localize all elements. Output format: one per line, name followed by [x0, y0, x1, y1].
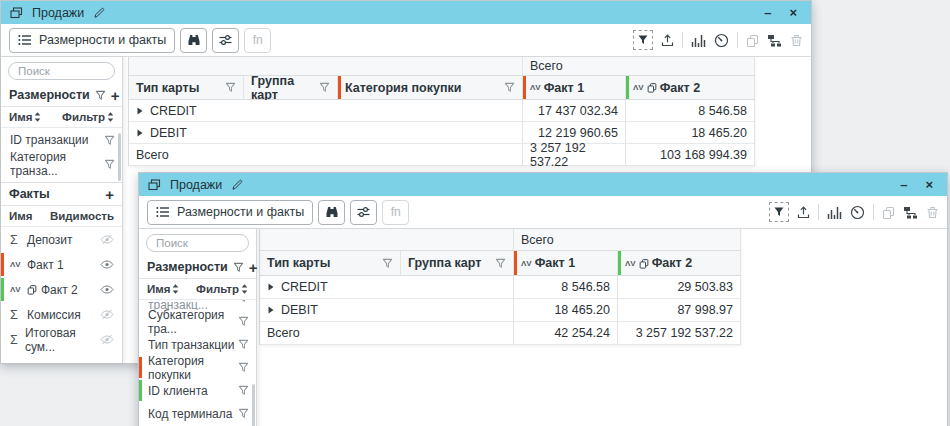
- dimensions-facts-button[interactable]: Размерности и факты: [9, 28, 175, 53]
- column-header-card-group[interactable]: Группа карт: [401, 251, 514, 276]
- filter-funnel-icon[interactable]: [238, 316, 249, 327]
- settings-sliders-button[interactable]: [212, 28, 239, 53]
- dimensions-list-columns: Имя Фильтр: [139, 279, 256, 300]
- cell-fact2: 18 465.20: [626, 122, 755, 144]
- column-filter-label: Фильтр: [62, 111, 105, 123]
- minimize-button[interactable]: –: [900, 178, 907, 191]
- close-button[interactable]: ×: [925, 178, 933, 191]
- column-header-fact1[interactable]: ΛV Факт 1: [514, 251, 618, 276]
- column-header-card-group[interactable]: Группа карт: [244, 76, 338, 100]
- copy-icon[interactable]: [746, 30, 759, 50]
- function-button[interactable]: fn: [244, 28, 271, 53]
- filter-funnel-icon[interactable]: [104, 159, 115, 170]
- export-icon[interactable]: [661, 30, 674, 50]
- total-row: Всего: [129, 144, 523, 166]
- gauge-icon[interactable]: [714, 30, 729, 50]
- eye-icon[interactable]: [100, 284, 114, 295]
- table-row[interactable]: DEBIT: [129, 122, 523, 144]
- settings-sliders-button[interactable]: [350, 200, 377, 225]
- filter-funnel-icon[interactable]: [95, 90, 106, 101]
- column-header-card-type[interactable]: Тип карты: [129, 76, 244, 100]
- gauge-icon[interactable]: [850, 202, 865, 222]
- eye-slash-icon[interactable]: [100, 309, 114, 320]
- search-binoculars-button[interactable]: [180, 28, 207, 53]
- expand-icon[interactable]: [137, 129, 143, 137]
- sum-icon: Σ: [10, 233, 23, 247]
- eye-slash-icon[interactable]: [100, 334, 114, 345]
- eye-icon[interactable]: [100, 259, 114, 270]
- filter-funnel-icon[interactable]: [104, 135, 115, 146]
- hierarchy-icon[interactable]: [767, 30, 782, 50]
- sort-icon[interactable]: [172, 284, 179, 294]
- add-fact-button[interactable]: +: [105, 187, 114, 202]
- filter-funnel-icon[interactable]: [238, 408, 249, 419]
- table-row[interactable]: DEBIT: [260, 299, 514, 322]
- dimensions-scrollbar[interactable]: [118, 133, 121, 181]
- fact-item[interactable]: Σ Комиссия: [1, 302, 122, 327]
- sort-icon[interactable]: [241, 284, 248, 294]
- search-binoculars-button[interactable]: [318, 200, 345, 225]
- filter-funnel-icon[interactable]: [495, 258, 506, 269]
- edit-title-pencil-icon[interactable]: [93, 7, 105, 19]
- search-input[interactable]: [156, 237, 239, 249]
- fact-item[interactable]: ΛV Факт 2: [1, 277, 122, 302]
- table-row[interactable]: CREDIT: [129, 100, 523, 122]
- dimension-label: Категория покупки: [148, 354, 238, 382]
- dimension-item[interactable]: Категория транза...: [1, 152, 122, 176]
- dimensions-scrollbar[interactable]: [252, 384, 255, 426]
- sort-icon[interactable]: [107, 112, 114, 122]
- filter-funnel-icon[interactable]: [233, 262, 244, 273]
- sidebar-search[interactable]: [146, 234, 249, 252]
- add-dimension-button[interactable]: +: [111, 88, 120, 103]
- titlebar[interactable]: Продажи – ×: [139, 173, 947, 196]
- facts-header-label: Факты: [9, 187, 50, 201]
- filter-funnel-icon[interactable]: [319, 82, 330, 93]
- trash-icon[interactable]: [790, 30, 803, 50]
- eye-slash-icon[interactable]: [100, 234, 114, 245]
- titlebar[interactable]: Продажи – ×: [1, 1, 811, 24]
- dimension-item[interactable]: ID клиента: [139, 379, 256, 402]
- hierarchy-icon[interactable]: [903, 202, 918, 222]
- filter-funnel-icon[interactable]: [504, 82, 515, 93]
- column-header-card-type[interactable]: Тип карты: [260, 251, 401, 276]
- expand-icon[interactable]: [268, 306, 274, 314]
- dimension-item[interactable]: Код терминала: [139, 402, 256, 425]
- search-input[interactable]: [18, 65, 105, 77]
- dimension-item[interactable]: Субкатегория тра...: [139, 310, 256, 333]
- dimension-item[interactable]: ID транзакции: [1, 128, 122, 152]
- function-button[interactable]: fn: [382, 200, 409, 225]
- dimensions-facts-button[interactable]: Размерности и факты: [147, 200, 313, 225]
- copy-icon[interactable]: [882, 202, 895, 222]
- expand-icon[interactable]: [268, 283, 274, 291]
- column-header-fact1[interactable]: ΛV Факт 1: [523, 76, 626, 100]
- fact-item[interactable]: Σ Депозит: [1, 227, 122, 252]
- trash-icon[interactable]: [926, 202, 939, 222]
- pivot-table: Всего Тип карты Группа карт Категория по…: [128, 57, 754, 166]
- export-icon[interactable]: [797, 202, 810, 222]
- fact-item[interactable]: ΛV Факт 1: [1, 252, 122, 277]
- filter-tool-icon[interactable]: [633, 30, 653, 50]
- column-header-fact2[interactable]: ΛV Факт 2: [618, 251, 741, 276]
- sum-icon: Σ: [10, 308, 23, 322]
- chart-icon[interactable]: [827, 202, 842, 222]
- column-header-fact2[interactable]: ΛV Факт 2: [626, 76, 755, 100]
- filter-funnel-icon[interactable]: [238, 339, 249, 350]
- sort-icon[interactable]: [34, 112, 41, 122]
- chart-icon[interactable]: [691, 30, 706, 50]
- close-button[interactable]: ×: [789, 6, 797, 19]
- fact-item[interactable]: Σ Итоговая сум...: [1, 327, 122, 352]
- filter-funnel-icon[interactable]: [238, 362, 249, 373]
- filter-funnel-icon[interactable]: [225, 82, 236, 93]
- table-row[interactable]: CREDIT: [260, 276, 514, 299]
- filter-tool-icon[interactable]: [769, 202, 789, 222]
- column-header-label: Факт 2: [660, 81, 700, 95]
- dimension-item[interactable]: Категория покупки: [139, 356, 256, 379]
- column-header-purchase-category[interactable]: Категория покупки: [338, 76, 523, 100]
- add-dimension-button[interactable]: +: [249, 260, 258, 275]
- minimize-button[interactable]: –: [764, 6, 771, 19]
- edit-title-pencil-icon[interactable]: [231, 179, 243, 191]
- filter-funnel-icon[interactable]: [382, 258, 393, 269]
- expand-icon[interactable]: [137, 107, 143, 115]
- filter-funnel-icon[interactable]: [238, 385, 249, 396]
- sidebar-search[interactable]: [8, 62, 115, 80]
